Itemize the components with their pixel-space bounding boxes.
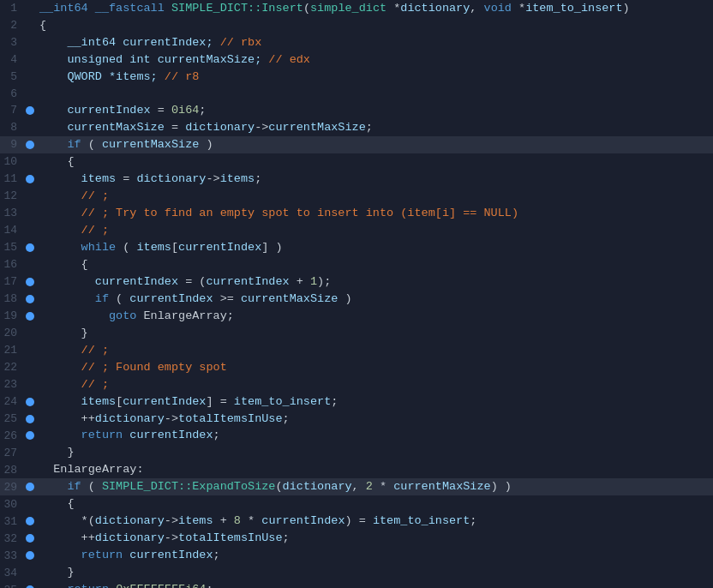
code-text: EnlargeArray: [36, 461, 713, 478]
breakpoint-indicator[interactable] [24, 141, 36, 149]
line-number: 26 [0, 428, 24, 444]
code-line: 16 { [0, 256, 713, 273]
code-text: goto EnlargeArray; [36, 308, 713, 325]
code-line: 18 if ( currentIndex >= currentMaxSize ) [0, 291, 713, 308]
breakpoint-indicator[interactable] [24, 483, 36, 491]
line-number: 18 [0, 291, 24, 307]
code-text: if ( SIMPLE_DICT::ExpandToSize(dictionar… [36, 478, 713, 495]
breakpoint-indicator[interactable] [24, 295, 36, 303]
code-line: 6 [0, 86, 713, 102]
line-number: 5 [0, 69, 24, 85]
code-line: 8 currentMaxSize = dictionary->currentMa… [0, 119, 713, 136]
line-number: 25 [0, 411, 24, 427]
breakpoint-indicator[interactable] [24, 534, 36, 543]
line-number: 34 [0, 565, 24, 581]
code-text: { [36, 153, 713, 171]
line-number: 4 [0, 51, 24, 68]
line-number: 28 [0, 462, 24, 478]
code-line: 14 // ; [0, 222, 713, 239]
line-number: 24 [0, 393, 24, 410]
line-number: 9 [0, 136, 24, 153]
breakpoint-dot [26, 243, 34, 252]
line-number: 35 [0, 582, 24, 588]
code-text: currentIndex = (currentIndex + 1); [36, 273, 713, 291]
code-line: 27 } [0, 444, 713, 461]
code-line: 10 { [0, 153, 713, 171]
line-number: 1 [0, 0, 24, 16]
code-text: } [36, 325, 713, 342]
code-text: ++dictionary->totalItemsInUse; [36, 411, 713, 428]
line-number: 12 [0, 188, 24, 204]
line-number: 3 [0, 34, 24, 51]
code-line: 20 } [0, 325, 713, 342]
code-text: // ; Try to find an empty spot to insert… [36, 205, 713, 222]
breakpoint-indicator[interactable] [24, 517, 36, 525]
breakpoint-dot [26, 534, 34, 543]
breakpoint-dot [26, 278, 34, 286]
code-text: // ; [36, 342, 713, 359]
code-text: } [36, 564, 713, 581]
breakpoint-dot [26, 483, 34, 491]
breakpoint-dot [26, 141, 34, 149]
breakpoint-indicator[interactable] [24, 312, 36, 321]
code-text: // ; [36, 222, 713, 239]
code-text: // ; [36, 376, 713, 393]
code-text: items = dictionary->items; [36, 171, 713, 188]
code-line: 12 // ; [0, 188, 713, 205]
breakpoint-indicator[interactable] [24, 243, 36, 252]
code-line: 2{ [0, 17, 713, 34]
line-number: 33 [0, 548, 24, 564]
line-number: 13 [0, 205, 24, 221]
code-line: 30 { [0, 495, 713, 513]
line-number: 6 [0, 86, 24, 102]
line-number: 31 [0, 513, 24, 530]
line-number: 23 [0, 376, 24, 393]
code-line: 5 QWORD *items; // r8 [0, 69, 713, 86]
line-number: 19 [0, 308, 24, 324]
code-text: if ( currentMaxSize ) [36, 136, 713, 153]
code-text: __int64 __fastcall SIMPLE_DICT::Insert(s… [36, 0, 713, 17]
code-line: 32 ++dictionary->totalItemsInUse; [0, 530, 713, 547]
code-line: 11 items = dictionary->items; [0, 171, 713, 188]
code-text: while ( items[currentIndex] ) [36, 239, 713, 256]
breakpoint-indicator[interactable] [24, 175, 36, 183]
code-line: 28 EnlargeArray: [0, 461, 713, 478]
code-text: return 0xFFFFFFFFi64; [36, 581, 713, 588]
breakpoint-indicator[interactable] [24, 278, 36, 286]
code-line: 25 ++dictionary->totalItemsInUse; [0, 411, 713, 428]
breakpoint-dot [26, 398, 34, 406]
code-text: { [36, 17, 713, 34]
code-text: // ; Found empty spot [36, 359, 713, 376]
line-number: 29 [0, 479, 24, 495]
code-line: 34 } [0, 564, 713, 581]
breakpoint-indicator[interactable] [24, 106, 36, 115]
code-text: unsigned int currentMaxSize; // edx [36, 51, 713, 69]
breakpoint-dot [26, 415, 34, 423]
code-line: 7 currentIndex = 0i64; [0, 102, 713, 119]
breakpoint-dot [26, 106, 34, 115]
breakpoint-indicator[interactable] [24, 415, 36, 423]
code-line: 9 if ( currentMaxSize ) [0, 136, 713, 153]
line-number: 16 [0, 256, 24, 273]
breakpoint-indicator[interactable] [24, 551, 36, 560]
code-line: 19 goto EnlargeArray; [0, 308, 713, 325]
code-line: 3 __int64 currentIndex; // rbx [0, 34, 713, 51]
breakpoint-dot [26, 551, 34, 560]
breakpoint-dot [26, 517, 34, 525]
code-text: currentIndex = 0i64; [36, 102, 713, 119]
code-line: 33 return currentIndex; [0, 547, 713, 564]
line-number: 21 [0, 342, 24, 358]
code-line: 21 // ; [0, 342, 713, 359]
breakpoint-dot [26, 175, 34, 183]
code-line: 29 if ( SIMPLE_DICT::ExpandToSize(dictio… [0, 478, 713, 495]
breakpoint-indicator[interactable] [24, 398, 36, 406]
code-line: 13 // ; Try to find an empty spot to ins… [0, 205, 713, 222]
breakpoint-indicator[interactable] [24, 431, 36, 440]
code-line: 26 return currentIndex; [0, 427, 713, 444]
code-text: __int64 currentIndex; // rbx [36, 34, 713, 51]
code-text: { [36, 256, 713, 273]
code-line: 17 currentIndex = (currentIndex + 1); [0, 273, 713, 291]
line-number: 11 [0, 171, 24, 187]
code-text: items[currentIndex] = item_to_insert; [36, 393, 713, 411]
code-line: 31 *(dictionary->items + 8 * currentInde… [0, 513, 713, 530]
